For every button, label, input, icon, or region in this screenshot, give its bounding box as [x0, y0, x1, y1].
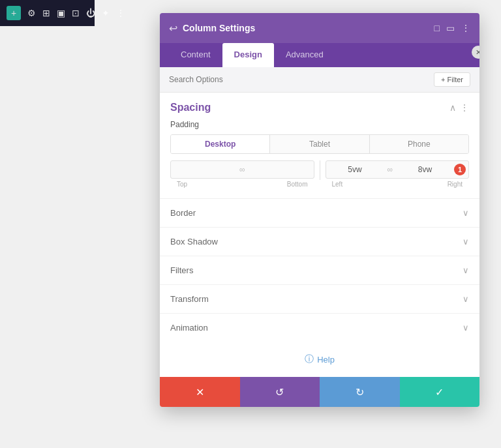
redo-button[interactable]: ↻ — [320, 377, 400, 407]
menu-icon[interactable]: ⋮ — [461, 23, 470, 33]
settings-icon[interactable]: ⚙ — [27, 8, 36, 18]
grid-icon[interactable]: ⊞ — [42, 8, 50, 18]
fullscreen-icon[interactable]: ▭ — [446, 23, 455, 33]
link-left-right-icon[interactable]: ∞ — [384, 165, 396, 174]
more-icon[interactable]: ⋮ — [116, 8, 125, 18]
notification-badge: 1 — [454, 164, 466, 175]
search-input[interactable] — [169, 75, 299, 84]
link-top-bottom-icon[interactable]: ∞ — [236, 165, 249, 174]
right-padding-input[interactable] — [396, 161, 454, 178]
cancel-button[interactable]: ✕ — [160, 377, 240, 407]
box-shadow-title: Box Shadow — [170, 237, 218, 246]
device-tabs: Desktop Tablet Phone — [170, 134, 469, 154]
border-title: Border — [170, 208, 196, 218]
animation-chevron-icon: ∨ — [463, 323, 469, 333]
device-tab-tablet[interactable]: Tablet — [270, 135, 369, 153]
left-toolbar: + ⚙ ⊞ ▣ ⊡ ⏻ ✦ ⋮ — [0, 0, 95, 26]
section-more-icon[interactable]: ⋮ — [460, 102, 469, 113]
padding-label: Padding — [170, 120, 469, 129]
top-input-group: ∞ Top Bottom — [170, 160, 314, 188]
right-label: Right — [448, 181, 463, 188]
bottom-padding-input[interactable] — [249, 161, 314, 178]
modal-header-left: ↩ Column Settings — [169, 22, 255, 35]
help-section: ⓘ Help — [160, 342, 479, 377]
filters-chevron-icon: ∨ — [463, 265, 469, 275]
module-icon[interactable]: ⊡ — [72, 8, 80, 18]
device-tab-phone[interactable]: Phone — [370, 135, 468, 153]
left-padding-input[interactable] — [326, 161, 384, 178]
box-shadow-chevron-icon: ∨ — [463, 237, 469, 246]
bottom-label: Bottom — [287, 181, 308, 188]
padding-section: Padding Desktop Tablet Phone ∞ Top — [160, 116, 479, 198]
modal-body: Spacing ∧ ⋮ Padding Desktop Tablet Phone — [160, 93, 479, 377]
modal-footer: ✕ ↺ ↻ ✓ — [160, 377, 479, 407]
animation-title: Animation — [170, 323, 208, 333]
help-link[interactable]: ⓘ Help — [160, 353, 479, 365]
back-arrow-icon[interactable]: ↩ — [169, 22, 177, 35]
transform-title: Transform — [170, 294, 209, 304]
left-label: Left — [332, 181, 343, 188]
transform-chevron-icon: ∨ — [463, 294, 469, 304]
filter-button[interactable]: + Filter — [434, 72, 470, 87]
tab-content[interactable]: Content — [169, 43, 222, 67]
section-controls: ∧ ⋮ — [449, 102, 469, 113]
search-bar: + Filter — [160, 67, 479, 93]
filters-section[interactable]: Filters ∨ — [160, 256, 479, 284]
modal-header: ↩ Column Settings □ ▭ ⋮ — [160, 13, 479, 43]
save-icon: ✓ — [435, 386, 444, 398]
undo-button[interactable]: ↺ — [240, 377, 320, 407]
layout-icon[interactable]: ▣ — [57, 8, 65, 18]
vertical-divider — [320, 160, 320, 180]
tab-design[interactable]: Design — [222, 43, 274, 67]
top-padding-input[interactable] — [171, 161, 236, 178]
responsive-icon[interactable]: □ — [434, 23, 440, 33]
help-label: Help — [317, 355, 335, 365]
filters-title: Filters — [170, 265, 193, 275]
cancel-icon: ✕ — [196, 386, 204, 398]
undo-icon: ↺ — [275, 386, 284, 398]
border-chevron-icon: ∨ — [463, 208, 469, 218]
modal-header-right: □ ▭ ⋮ — [434, 23, 470, 33]
power-icon[interactable]: ⏻ — [86, 8, 95, 18]
box-shadow-section[interactable]: Box Shadow ∨ — [160, 227, 479, 256]
spacing-title: Spacing — [170, 102, 211, 113]
animation-section[interactable]: Animation ∨ — [160, 313, 479, 342]
padding-inputs-row: ∞ Top Bottom ∞ 1 — [170, 160, 469, 188]
tab-advanced[interactable]: Advanced — [274, 43, 335, 67]
border-section[interactable]: Border ∨ — [160, 198, 479, 227]
star-icon[interactable]: ✦ — [102, 8, 110, 18]
modal-tabs: Content Design Advanced — [160, 43, 479, 67]
add-icon[interactable]: + — [7, 6, 21, 20]
device-tab-desktop[interactable]: Desktop — [171, 135, 270, 153]
spacing-section-header: Spacing ∧ ⋮ — [160, 93, 479, 116]
left-right-input-group: ∞ 1 Left Right — [326, 160, 470, 188]
top-label: Top — [177, 181, 187, 188]
collapse-icon[interactable]: ∧ — [449, 102, 456, 113]
help-circle-icon: ⓘ — [305, 353, 314, 365]
redo-icon: ↻ — [356, 386, 364, 398]
modal-title: Column Settings — [183, 23, 255, 33]
transform-section[interactable]: Transform ∨ — [160, 284, 479, 313]
column-settings-modal: ↩ Column Settings □ ▭ ⋮ Content Design A… — [160, 13, 479, 407]
save-button[interactable]: ✓ — [400, 377, 480, 407]
